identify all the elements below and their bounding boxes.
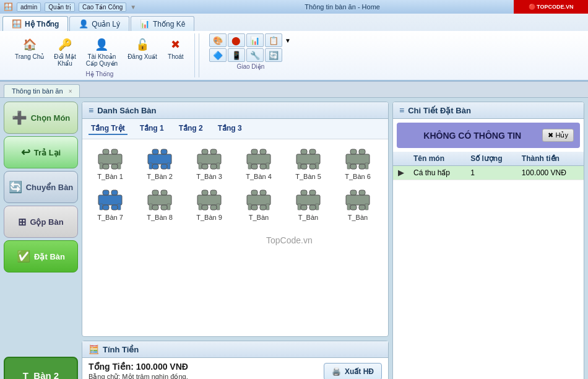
tab-he-thong[interactable]: 🪟 Hệ Thống (2, 16, 68, 31)
table-label-ban2: T_Bàn 2 (147, 173, 173, 180)
theme-btn-2[interactable]: ⬤ (228, 33, 245, 47)
transfer-icon: 🔄 (9, 180, 22, 194)
svg-rect-0 (98, 154, 122, 164)
svg-rect-76 (309, 205, 316, 210)
svg-rect-68 (251, 205, 257, 210)
key-icon: 🔑 (56, 36, 74, 53)
svg-rect-15 (199, 163, 202, 169)
window-title: Thông tin bàn ăn - Home (305, 3, 380, 11)
svg-rect-3 (103, 149, 109, 154)
thoat-btn[interactable]: ✖ Thoát (163, 33, 188, 63)
ribbon-group-he-thong: 🏠 Trang Chủ 🔑 Đổi MậtKhẩu 👤 Tài KhoảnCấp… (5, 33, 195, 77)
table-icon-ban6 (341, 146, 374, 173)
svg-rect-64 (248, 204, 251, 210)
table-item-ban7[interactable]: T_Bàn 7 (89, 186, 132, 221)
svg-rect-55 (161, 205, 167, 210)
svg-rect-38 (350, 149, 357, 154)
table-label-ban11: T_Bàn (298, 214, 318, 221)
table-icon-ban1 (93, 146, 127, 173)
theme-btn-5[interactable]: 🔷 (209, 48, 227, 62)
svg-rect-29 (298, 163, 301, 169)
theme-btn-7[interactable]: 🔧 (246, 48, 264, 62)
table-item-ban6[interactable]: T_Bàn 6 (336, 146, 379, 180)
theme-btn-4[interactable]: 📋 (265, 33, 282, 47)
topcode-logo: 🔴 TOPCODE.VN (514, 0, 588, 14)
table-item-ban8[interactable]: T_Bàn 8 (138, 186, 181, 221)
calc-icon: 🧮 (89, 344, 99, 354)
tab-bar: Thông tin bàn ăn × (0, 82, 588, 98)
table-item-ban12[interactable]: T_Bàn (336, 186, 379, 221)
svg-rect-45 (103, 190, 109, 195)
svg-rect-44 (118, 204, 121, 210)
tab-thong-ke[interactable]: 📊 Thống Kê (131, 16, 194, 31)
dang-xuat-btn[interactable]: 🔓 Đăng Xuất (124, 33, 161, 63)
theme-btn-3[interactable]: 📊 (246, 33, 264, 47)
floor-tab-tang2[interactable]: Tầng 2 (176, 123, 205, 135)
tab-quan-ly[interactable]: 👤 Quản Lý (69, 16, 129, 31)
theme-btn-1[interactable]: 🎨 (209, 33, 227, 47)
ribbon: 🪟 Hệ Thống 👤 Quản Lý 📊 Thống Kê 🏠 Trang … (0, 14, 588, 82)
table-item-ban1[interactable]: T_Bàn 1 (89, 146, 132, 180)
table-icon-ban9 (192, 186, 226, 214)
return-icon: ↩ (21, 146, 30, 159)
floor-tab-tang-tret[interactable]: Tầng Trệt (89, 123, 128, 135)
svg-rect-73 (301, 190, 307, 195)
table-item-ban3[interactable]: T_Bàn 3 (188, 146, 231, 180)
table-item-ban4[interactable]: T_Bàn 4 (237, 146, 280, 180)
detail-row[interactable]: ▶ Cá thu hấp 1 100.000 VNĐ (393, 166, 584, 180)
huy-btn[interactable]: ✖ Hủy (542, 129, 574, 142)
thong-tin-ban-an-tab[interactable]: Thông tin bàn ăn × (4, 84, 80, 97)
ten-mon-value: Cá thu hấp (409, 166, 465, 180)
table-label-ban3: T_Bàn 3 (196, 173, 222, 180)
chuyen-ban-btn[interactable]: 🔄 Chuyển Bàn (4, 171, 78, 203)
svg-rect-19 (202, 164, 208, 169)
selected-table-display: T_Bàn 2 (4, 357, 78, 379)
svg-rect-4 (111, 149, 118, 154)
trang-chu-btn[interactable]: 🏠 Trang Chủ (11, 33, 48, 63)
tables-grid: T_Bàn 1 T_Bàn 2 T_Bàn 3 (82, 139, 388, 227)
merge-icon: ⊞ (18, 216, 26, 228)
table-item-ban5[interactable]: T_Bàn 5 (287, 146, 330, 180)
svg-rect-71 (298, 204, 301, 210)
tinh-tien-content: Tổng Tiền: 100.000 VNĐ Bằng chữ: Một tră… (89, 362, 382, 379)
dat-ban-btn[interactable]: ✅ Đặt Bàn (4, 240, 78, 272)
floor-tab-tang1[interactable]: Tầng 1 (137, 123, 166, 135)
floor-tabs: Tầng Trệt Tầng 1 Tầng 2 Tầng 3 (82, 119, 388, 139)
close-tab-icon[interactable]: × (69, 88, 72, 95)
logout-icon: 🔓 (134, 36, 151, 53)
tai-khoan-btn[interactable]: 👤 Tài KhoảnCấp Quyền (82, 33, 121, 69)
x-icon: ✖ (548, 131, 553, 139)
svg-rect-27 (260, 164, 266, 169)
floor-tab-tang3[interactable]: Tầng 3 (215, 123, 244, 135)
tra-lai-btn[interactable]: ↩ Trả Lại (4, 136, 78, 168)
svg-rect-82 (350, 205, 357, 210)
col-so-luong: Số lượng (465, 152, 517, 166)
svg-rect-6 (111, 164, 118, 169)
main-content: ➕ Chọn Món ↩ Trả Lại 🔄 Chuyển Bàn ⊞ Gộp … (0, 98, 588, 379)
svg-rect-22 (248, 163, 251, 169)
table-item-ban10[interactable]: T_Bàn (237, 186, 280, 221)
svg-rect-77 (346, 195, 370, 205)
svg-rect-5 (103, 164, 109, 169)
doi-mat-khau-btn[interactable]: 🔑 Đổi MậtKhẩu (50, 33, 79, 69)
svg-rect-67 (260, 190, 266, 195)
table-icon-ban8 (143, 186, 176, 214)
title-bar-left: 🪟 admin Quản trị Cao Tần Công ▼ (4, 2, 136, 12)
chon-mon-btn[interactable]: ➕ Chọn Món (4, 102, 78, 134)
svg-rect-63 (247, 195, 270, 205)
xuat-hd-btn[interactable]: 🖨️ Xuất HĐ (324, 363, 382, 380)
svg-rect-34 (309, 164, 316, 169)
table-item-ban2[interactable]: T_Bàn 2 (138, 146, 181, 180)
gop-ban-btn[interactable]: ⊞ Gộp Bàn (4, 206, 78, 238)
svg-rect-23 (266, 163, 269, 169)
home-icon: 🏠 (21, 36, 38, 53)
table-item-ban11[interactable]: T_Bàn (287, 186, 330, 221)
table-item-ban9[interactable]: T_Bàn 9 (188, 186, 231, 221)
expand-btn[interactable]: ▼ (283, 33, 292, 47)
theme-btn-8[interactable]: 🔄 (265, 48, 282, 62)
theme-btn-6[interactable]: 📱 (228, 48, 245, 62)
table-icon-ban2 (143, 146, 176, 173)
table-label-ban4: T_Bàn 4 (246, 173, 272, 180)
svg-rect-65 (266, 204, 269, 210)
svg-rect-21 (247, 154, 270, 164)
